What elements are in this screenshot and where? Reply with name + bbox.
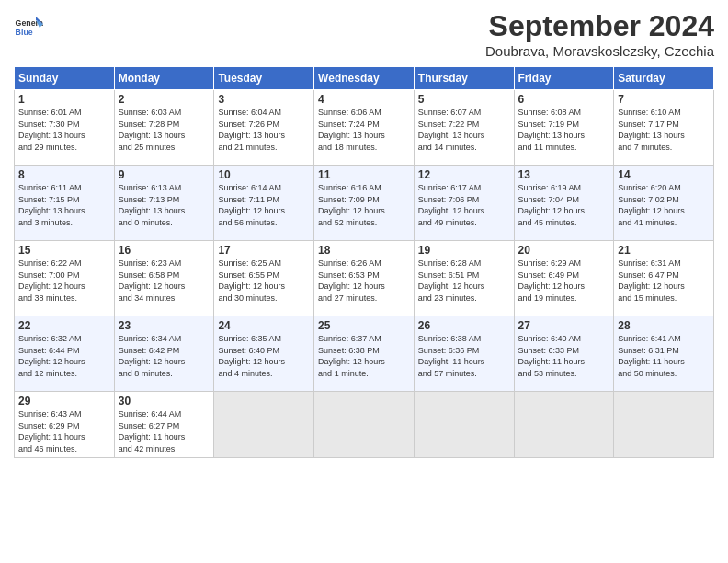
day-number: 16: [119, 244, 210, 257]
day-number: 4: [318, 93, 410, 106]
day-info: Sunrise: 6:37 AM Sunset: 6:38 PM Dayligh…: [318, 333, 410, 379]
day-info: Sunrise: 6:14 AM Sunset: 7:11 PM Dayligh…: [218, 182, 310, 228]
calendar-cell: [514, 392, 614, 458]
day-info: Sunrise: 6:03 AM Sunset: 7:28 PM Dayligh…: [119, 107, 210, 153]
calendar-cell: 4Sunrise: 6:06 AM Sunset: 7:24 PM Daylig…: [314, 90, 415, 166]
day-number: 24: [218, 319, 310, 332]
day-number: 22: [18, 319, 110, 332]
calendar-cell: 3Sunrise: 6:04 AM Sunset: 7:26 PM Daylig…: [214, 90, 314, 166]
day-number: 30: [119, 395, 210, 408]
header-tuesday: Tuesday: [214, 67, 314, 90]
calendar-cell: 1Sunrise: 6:01 AM Sunset: 7:30 PM Daylig…: [15, 90, 115, 166]
day-number: 6: [518, 93, 610, 106]
header-monday: Monday: [114, 67, 214, 90]
calendar-cell: [214, 392, 314, 458]
header: General Blue September 2024 Doubrava, Mo…: [14, 9, 714, 59]
calendar-cell: 28Sunrise: 6:41 AM Sunset: 6:31 PM Dayli…: [614, 316, 714, 392]
calendar-cell: 21Sunrise: 6:31 AM Sunset: 6:47 PM Dayli…: [614, 241, 714, 316]
calendar-cell: 14Sunrise: 6:20 AM Sunset: 7:02 PM Dayli…: [614, 166, 714, 241]
day-info: Sunrise: 6:29 AM Sunset: 6:49 PM Dayligh…: [518, 258, 610, 304]
calendar-cell: [614, 392, 714, 458]
day-number: 17: [218, 244, 310, 257]
header-wednesday: Wednesday: [314, 67, 415, 90]
day-info: Sunrise: 6:23 AM Sunset: 6:58 PM Dayligh…: [119, 258, 210, 304]
logo-icon: General Blue: [14, 13, 43, 42]
calendar-cell: 23Sunrise: 6:34 AM Sunset: 6:42 PM Dayli…: [114, 316, 214, 392]
calendar-cell: 12Sunrise: 6:17 AM Sunset: 7:06 PM Dayli…: [414, 166, 514, 241]
calendar-cell: 17Sunrise: 6:25 AM Sunset: 6:55 PM Dayli…: [214, 241, 314, 316]
day-number: 14: [618, 168, 710, 181]
svg-text:Blue: Blue: [16, 28, 33, 37]
day-info: Sunrise: 6:43 AM Sunset: 6:29 PM Dayligh…: [18, 408, 110, 454]
day-number: 9: [119, 168, 210, 181]
day-info: Sunrise: 6:20 AM Sunset: 7:02 PM Dayligh…: [618, 182, 710, 228]
day-info: Sunrise: 6:34 AM Sunset: 6:42 PM Dayligh…: [119, 333, 210, 379]
header-friday: Friday: [514, 67, 614, 90]
day-number: 1: [18, 93, 110, 106]
day-number: 19: [418, 244, 510, 257]
day-info: Sunrise: 6:10 AM Sunset: 7:17 PM Dayligh…: [618, 107, 710, 153]
calendar-cell: 27Sunrise: 6:40 AM Sunset: 6:33 PM Dayli…: [514, 316, 614, 392]
calendar-cell: 15Sunrise: 6:22 AM Sunset: 7:00 PM Dayli…: [15, 241, 115, 316]
calendar-cell: 26Sunrise: 6:38 AM Sunset: 6:36 PM Dayli…: [414, 316, 514, 392]
day-number: 23: [119, 319, 210, 332]
day-number: 25: [318, 319, 410, 332]
day-number: 18: [318, 244, 410, 257]
day-number: 28: [618, 319, 710, 332]
title-block: September 2024 Doubrava, Moravskoslezsky…: [485, 9, 714, 59]
day-info: Sunrise: 6:17 AM Sunset: 7:06 PM Dayligh…: [418, 182, 510, 228]
day-number: 29: [18, 395, 110, 408]
day-number: 27: [518, 319, 610, 332]
calendar-cell: [314, 392, 415, 458]
day-info: Sunrise: 6:19 AM Sunset: 7:04 PM Dayligh…: [518, 182, 610, 228]
day-number: 5: [418, 93, 510, 106]
calendar-cell: 13Sunrise: 6:19 AM Sunset: 7:04 PM Dayli…: [514, 166, 614, 241]
calendar-table: Sunday Monday Tuesday Wednesday Thursday…: [14, 66, 714, 458]
calendar-cell: 2Sunrise: 6:03 AM Sunset: 7:28 PM Daylig…: [114, 90, 214, 166]
day-info: Sunrise: 6:04 AM Sunset: 7:26 PM Dayligh…: [218, 107, 310, 153]
location: Doubrava, Moravskoslezsky, Czechia: [485, 43, 714, 59]
page-container: General Blue September 2024 Doubrava, Mo…: [0, 0, 728, 467]
day-info: Sunrise: 6:06 AM Sunset: 7:24 PM Dayligh…: [318, 107, 410, 153]
calendar-cell: 20Sunrise: 6:29 AM Sunset: 6:49 PM Dayli…: [514, 241, 614, 316]
day-number: 15: [18, 244, 110, 257]
calendar-cell: 16Sunrise: 6:23 AM Sunset: 6:58 PM Dayli…: [114, 241, 214, 316]
day-info: Sunrise: 6:41 AM Sunset: 6:31 PM Dayligh…: [618, 333, 710, 379]
calendar-cell: 24Sunrise: 6:35 AM Sunset: 6:40 PM Dayli…: [214, 316, 314, 392]
day-info: Sunrise: 6:22 AM Sunset: 7:00 PM Dayligh…: [18, 258, 110, 304]
calendar-cell: 29Sunrise: 6:43 AM Sunset: 6:29 PM Dayli…: [15, 392, 115, 458]
day-info: Sunrise: 6:08 AM Sunset: 7:19 PM Dayligh…: [518, 107, 610, 153]
calendar-cell: 9Sunrise: 6:13 AM Sunset: 7:13 PM Daylig…: [114, 166, 214, 241]
calendar-cell: [414, 392, 514, 458]
day-info: Sunrise: 6:38 AM Sunset: 6:36 PM Dayligh…: [418, 333, 510, 379]
calendar-cell: 6Sunrise: 6:08 AM Sunset: 7:19 PM Daylig…: [514, 90, 614, 166]
day-number: 12: [418, 168, 510, 181]
calendar-cell: 25Sunrise: 6:37 AM Sunset: 6:38 PM Dayli…: [314, 316, 415, 392]
day-number: 10: [218, 168, 310, 181]
day-info: Sunrise: 6:31 AM Sunset: 6:47 PM Dayligh…: [618, 258, 710, 304]
header-saturday: Saturday: [614, 67, 714, 90]
calendar-body: 1Sunrise: 6:01 AM Sunset: 7:30 PM Daylig…: [15, 90, 714, 458]
logo: General Blue: [14, 13, 47, 42]
day-info: Sunrise: 6:28 AM Sunset: 6:51 PM Dayligh…: [418, 258, 510, 304]
header-thursday: Thursday: [414, 67, 514, 90]
calendar-cell: 5Sunrise: 6:07 AM Sunset: 7:22 PM Daylig…: [414, 90, 514, 166]
day-number: 3: [218, 93, 310, 106]
day-info: Sunrise: 6:13 AM Sunset: 7:13 PM Dayligh…: [119, 182, 210, 228]
day-info: Sunrise: 6:40 AM Sunset: 6:33 PM Dayligh…: [518, 333, 610, 379]
weekday-header-row: Sunday Monday Tuesday Wednesday Thursday…: [15, 67, 714, 90]
calendar-cell: 11Sunrise: 6:16 AM Sunset: 7:09 PM Dayli…: [314, 166, 415, 241]
calendar-cell: 10Sunrise: 6:14 AM Sunset: 7:11 PM Dayli…: [214, 166, 314, 241]
calendar-cell: 30Sunrise: 6:44 AM Sunset: 6:27 PM Dayli…: [114, 392, 214, 458]
day-info: Sunrise: 6:25 AM Sunset: 6:55 PM Dayligh…: [218, 258, 310, 304]
day-info: Sunrise: 6:11 AM Sunset: 7:15 PM Dayligh…: [18, 182, 110, 228]
day-info: Sunrise: 6:01 AM Sunset: 7:30 PM Dayligh…: [18, 107, 110, 153]
month-title: September 2024: [485, 9, 714, 43]
day-info: Sunrise: 6:44 AM Sunset: 6:27 PM Dayligh…: [119, 408, 210, 454]
day-info: Sunrise: 6:32 AM Sunset: 6:44 PM Dayligh…: [18, 333, 110, 379]
day-number: 13: [518, 168, 610, 181]
calendar-cell: 19Sunrise: 6:28 AM Sunset: 6:51 PM Dayli…: [414, 241, 514, 316]
calendar-cell: 22Sunrise: 6:32 AM Sunset: 6:44 PM Dayli…: [15, 316, 115, 392]
day-info: Sunrise: 6:07 AM Sunset: 7:22 PM Dayligh…: [418, 107, 510, 153]
day-number: 7: [618, 93, 710, 106]
